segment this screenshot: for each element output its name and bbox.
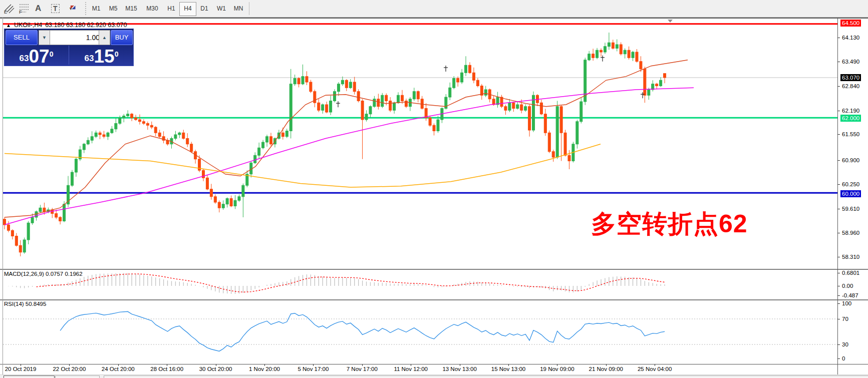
macd-axis--0.487: -0.487 [840,292,860,299]
axis-tick [837,319,840,319]
axis-tick [837,86,840,87]
buy-price[interactable]: 63 15 0 [70,45,133,66]
volume-input[interactable] [50,30,103,45]
time-label-6: 5 Nov 17:00 [291,366,336,372]
price-label-62.840: 62.840 [840,83,861,90]
axis-tick [837,38,840,38]
rsi-panel[interactable] [0,299,868,365]
time-tick [411,364,411,366]
axis-tick [837,160,840,161]
axis-tick [837,257,840,257]
sell-price-prefix: 63 [20,54,29,64]
sell-price[interactable]: 63 07 0 [5,45,68,66]
direction-up-icon: ▲ [6,23,11,28]
axis-tick [837,303,840,304]
axis-tick [837,295,840,296]
time-label-7: 7 Nov 17:00 [340,366,385,372]
price-axis-line [837,18,838,374]
time-label-4: 30 Oct 20:00 [193,366,238,372]
rsi-axis-70: 70 [840,315,850,322]
price-label-60.900: 60.900 [840,157,861,164]
time-label-0: 20 Oct 2019 [0,366,43,372]
chart-left-border [3,18,3,374]
axis-tick [837,273,840,273]
sell-button[interactable]: SELL [6,30,38,45]
price-label-59.610: 59.610 [840,205,861,212]
timeframe-m1[interactable]: M1 [88,2,104,15]
price-label-61.550: 61.550 [840,131,861,138]
macd-axis-0.6801: 0.6801 [840,269,861,276]
time-label-8: 11 Nov 12:00 [388,366,433,372]
price-label-58.310: 58.310 [840,253,861,260]
volume-decrease-button[interactable]: ▼ [39,30,50,45]
time-tick [655,364,655,366]
timeframe-w1[interactable]: W1 [213,2,229,15]
axis-tick [837,344,840,345]
time-label-9: 13 Nov 13:00 [437,366,482,372]
one-click-trade-panel: SELL ▼ ▲ BUY 63 07 0 63 15 0 [4,29,134,66]
price-label-58.960: 58.960 [840,229,861,236]
time-tick [508,364,509,366]
axis-tick [837,111,840,111]
time-label-10: 15 Nov 13:00 [486,366,531,372]
macd-panel[interactable] [0,269,868,299]
axis-tick [837,286,840,286]
time-label-13: 25 Nov 04:00 [632,366,677,372]
text-box-icon[interactable]: T [51,3,60,15]
macd-axis-0.00: 0.00 [840,282,854,289]
time-tick [118,364,119,366]
arrows-tool-icon[interactable]: ▾ [68,3,72,15]
time-tick [557,364,557,366]
macd-label: MACD(12,26,9) 0.0757 0.1962 [4,271,83,277]
price-divider [69,46,69,65]
buy-price-main: 15 [94,48,114,65]
status-bar-fragment [104,375,868,378]
time-tick [69,364,70,366]
time-tick [21,364,21,366]
chart-header: ▲ UKOil-,H4 63.180 63.180 62.920 63.070 [6,22,127,29]
rsi-chart [0,300,868,364]
price-label-63.070: 63.070 [840,74,861,81]
timeframe-h1[interactable]: H1 [163,2,179,15]
buy-price-sup: 0 [115,50,119,58]
axis-tick [837,62,840,62]
rsi-axis-0: 0 [840,355,846,362]
time-tick [216,364,216,366]
price-label-62.000: 62.000 [840,115,861,122]
price-label-63.490: 63.490 [840,58,861,65]
time-tick [167,364,167,366]
timeframe-m30[interactable]: M30 [144,2,160,15]
buy-button[interactable]: BUY [111,30,133,45]
chart-annotation: 多空转折点62 [591,207,748,241]
equidistant-channel-icon[interactable]: E [4,3,7,15]
time-tick [313,364,314,366]
ma-slow-magenta [5,88,694,225]
text-label-icon[interactable]: A [35,3,41,15]
time-label-12: 21 Nov 09:00 [584,366,629,372]
volume-increase-button[interactable]: ▲ [99,30,110,45]
timeframe-m5[interactable]: M5 [105,2,121,15]
axis-tick [837,358,840,359]
timeframe-m15[interactable]: M15 [123,2,139,15]
time-label-2: 24 Oct 20:00 [96,366,141,372]
rsi-label: RSI(14) 50.8495 [4,301,46,307]
price-label-64.500: 64.500 [840,20,861,27]
toolbar-separator-2 [249,2,252,15]
timeframe-d1[interactable]: D1 [196,2,212,15]
price-label-60.000: 60.000 [840,190,861,197]
price-label-60.250: 60.250 [840,181,861,188]
timeframe-h4[interactable]: H4 [179,2,196,16]
timeframe-mn[interactable]: MN [230,2,246,15]
fibonacci-retracement-icon[interactable]: F [19,3,22,15]
time-tick [460,364,460,366]
axis-tick [837,134,840,135]
time-label-1: 22 Oct 20:00 [47,366,92,372]
price-label-64.130: 64.130 [840,34,861,41]
chart-tab-fragment[interactable] [4,375,55,378]
time-tick [264,364,265,366]
axis-tick [837,209,840,209]
rsi-axis-30: 30 [840,341,850,348]
sell-price-sup: 0 [50,50,54,58]
ohlc-values: 63.180 63.180 62.920 63.070 [45,22,127,29]
chart-tab-fragment-2[interactable] [55,375,100,378]
